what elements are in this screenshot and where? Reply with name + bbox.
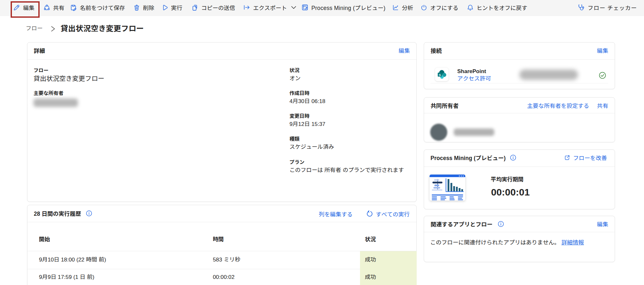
svg-text:S: S [439, 73, 441, 76]
